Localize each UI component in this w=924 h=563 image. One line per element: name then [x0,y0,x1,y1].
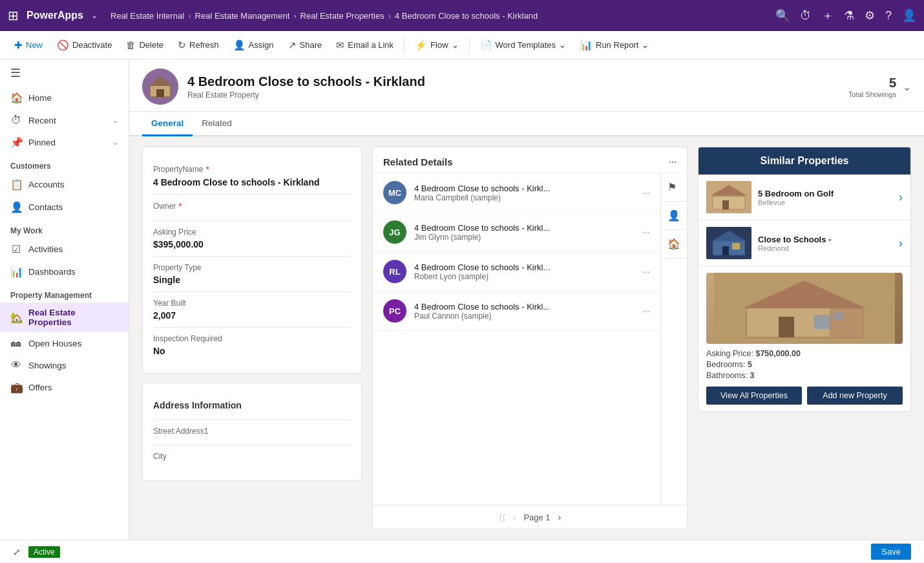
similar-property-1[interactable]: 5 Bedroom on Golf Bellevue › [698,175,910,220]
filter-icon[interactable]: ⚗ [844,8,854,23]
large-house-svg [714,273,895,344]
asking-price-value[interactable]: $395,000.00 [153,239,351,250]
word-templates-button[interactable]: 📄 Word Templates ⌄ [474,36,572,54]
deactivate-button[interactable]: 🚫 Deactivate [50,36,118,54]
similar-property-2[interactable]: Close to Schools - Redmond › [698,220,910,266]
add-icon[interactable]: ＋ [822,8,834,23]
side-icon-flag[interactable]: ⚑ [661,173,687,202]
prev-page-button[interactable]: ‹ [513,512,516,522]
delete-button[interactable]: 🗑 Delete [120,36,170,54]
app-grid-icon[interactable]: ⊞ [8,8,19,23]
item-more-icon-pc[interactable]: ··· [642,306,650,316]
side-icon-house[interactable]: 🏠 [661,230,687,259]
item-more-icon-jg[interactable]: ··· [642,227,650,237]
toolbar: ✚ New 🚫 Deactivate 🗑 Delete ↻ Refresh 👤 … [0,31,924,59]
first-page-button[interactable]: ⟨⟨ [499,512,505,522]
record-header: 4 Bedroom Close to schools - Kirkland Re… [129,59,924,112]
main-layout: ☰ 🏠 Home ⏱ Recent ⌄ 📌 Pinned ⌄ Customers… [0,59,924,540]
contact-name-pc: Paul Cannon (sample) [414,312,635,321]
item-more-icon-rl[interactable]: ··· [642,266,650,277]
activities-icon: ☑ [10,243,22,255]
status-expand-icon[interactable]: ⤢ [13,547,21,557]
open-houses-icon: 🏘 [10,337,22,349]
contact-avatar-mc: MC [383,181,406,204]
recent-icon[interactable]: ⏱ [800,9,812,23]
address-form-card: Address Information Street Address1 City [142,383,362,481]
similar-properties-header: Similar Properties [698,147,910,175]
sidebar-item-pinned[interactable]: 📌 Pinned ⌄ [0,131,129,154]
help-icon[interactable]: ? [885,9,892,23]
breadcrumb-current: 4 Bedroom Close to schools - Kirkland [395,11,538,21]
settings-icon[interactable]: ⚙ [865,8,875,23]
sidebar-item-showings[interactable]: 👁 Showings [0,354,129,376]
breadcrumb-real-estate-internal[interactable]: Real Estate Internal [110,11,184,21]
record-subtitle: Real Estate Property [187,90,425,100]
flow-button[interactable]: ⚡ Flow ⌄ [408,36,465,54]
similar-chevron-1[interactable]: › [899,191,903,204]
similar-large-thumb [706,273,903,344]
similar-large-actions: View All Properties Add new Property [706,387,903,405]
save-block: Save [871,544,911,560]
save-button[interactable]: Save [871,544,911,560]
sidebar-item-contacts[interactable]: 👤 Contacts [0,196,129,218]
related-item[interactable]: MC 4 Bedroom Close to schools - Kirkl...… [373,173,660,213]
sidebar-item-home[interactable]: 🏠 Home [0,87,129,109]
related-card-header: Related Details ··· [373,147,687,173]
related-item[interactable]: JG 4 Bedroom Close to schools - Kirkl...… [373,213,660,252]
breadcrumb-real-estate-props[interactable]: Real Estate Properties [300,11,384,21]
side-icon-person[interactable]: 👤 [661,202,687,230]
address-header-field: Address Information [153,394,351,420]
sidebar-item-open-houses[interactable]: 🏘 Open Houses [0,332,129,354]
related-item[interactable]: RL 4 Bedroom Close to schools - Kirkl...… [373,252,660,292]
sidebar-item-real-estate-properties[interactable]: 🏡 Real Estate Properties [0,303,129,332]
view-all-properties-button[interactable]: View All Properties [706,387,802,405]
contact-name-mc: Maria Campbell (sample) [414,193,635,202]
similar-chevron-2[interactable]: › [899,237,903,250]
deactivate-icon: 🚫 [57,39,69,51]
sidebar-toggle[interactable]: ☰ [0,59,129,87]
property-type-value[interactable]: Single [153,275,351,285]
item-more-icon-mc[interactable]: ··· [642,187,650,198]
expand-button[interactable]: ⌄ [903,81,911,93]
email-icon: ✉ [336,39,344,51]
search-icon[interactable]: 🔍 [775,8,790,23]
flow-icon: ⚡ [415,39,427,51]
new-button[interactable]: ✚ New [8,36,49,54]
year-built-field: Year Built 2,007 [153,292,351,328]
share-button[interactable]: ↗ Share [282,36,329,54]
similar-location-1: Bellevue [758,198,892,206]
sidebar-item-offers[interactable]: 💼 Offers [0,376,129,399]
sidebar-item-dashboards[interactable]: 📊 Dashboards [0,260,129,283]
property-type-label: Property Type [153,263,351,272]
dashboards-icon: 📊 [10,266,22,278]
email-link-button[interactable]: ✉ Email a Link [330,36,400,54]
year-built-value[interactable]: 2,007 [153,310,351,321]
top-navigation: ⊞ PowerApps ⌄ Real Estate Internal › Rea… [0,0,924,31]
sidebar: ☰ 🏠 Home ⏱ Recent ⌄ 📌 Pinned ⌄ Customers… [0,59,129,540]
property-name-value[interactable]: 4 Bedroom Close to schools - Kirkland [153,177,351,187]
similar-location-2: Redmond [758,244,892,252]
sidebar-item-accounts[interactable]: 📋 Accounts [0,173,129,196]
app-chevron-icon[interactable]: ⌄ [91,11,98,20]
refresh-icon: ↻ [178,39,186,51]
house-avatar-svg [142,69,178,105]
sidebar-item-recent[interactable]: ⏱ Recent ⌄ [0,109,129,131]
sidebar-item-activities[interactable]: ☑ Activities [0,238,129,260]
middle-column: Related Details ··· MC 4 Bedroom Close t… [372,147,688,529]
user-icon[interactable]: 👤 [902,8,916,23]
refresh-button[interactable]: ↻ Refresh [171,36,226,54]
tab-related[interactable]: Related [193,112,241,136]
add-new-property-button[interactable]: Add new Property [807,387,903,405]
related-item[interactable]: PC 4 Bedroom Close to schools - Kirkl...… [373,292,660,331]
run-report-button[interactable]: 📊 Run Report ⌄ [574,36,655,54]
tab-general[interactable]: General [142,112,193,136]
next-page-button[interactable]: › [558,512,562,522]
general-form-card: PropertyName * 4 Bedroom Close to school… [142,147,362,374]
contact-name-rl: Robert Lyon (sample) [414,272,635,281]
similar-large-property: Asking Price: $750,000.00 Bedrooms: 5 Ba… [698,266,910,411]
breadcrumb: Real Estate Internal › Real Estate Manag… [110,11,770,21]
more-options-icon[interactable]: ··· [669,157,677,167]
breadcrumb-real-estate-mgmt[interactable]: Real Estate Management [195,11,290,21]
inspection-required-value[interactable]: No [153,346,351,356]
assign-button[interactable]: 👤 Assign [227,36,280,54]
